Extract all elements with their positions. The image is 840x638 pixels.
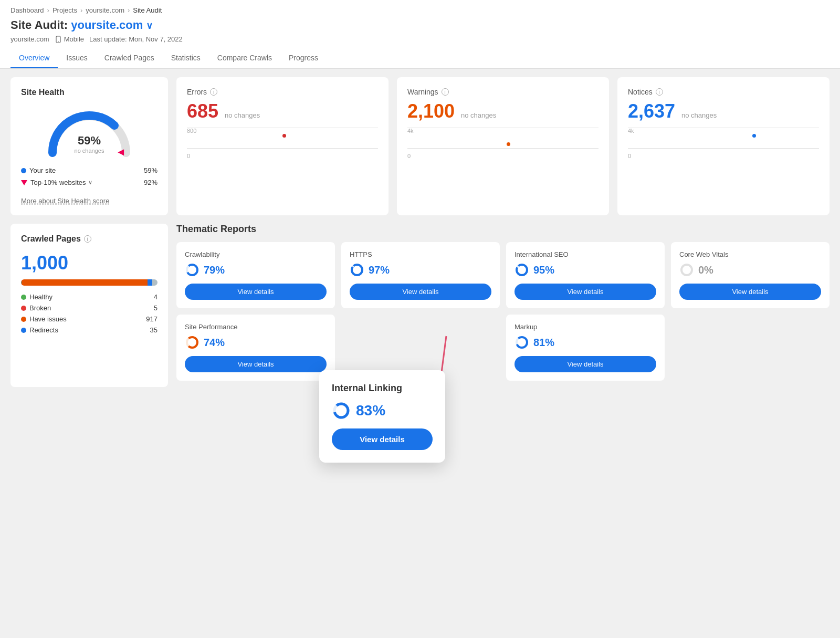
- redirects-count: 35: [150, 326, 158, 334]
- site-performance-pct: 74%: [204, 337, 225, 349]
- errors-change: no changes: [225, 111, 260, 119]
- healthy-dot: [21, 295, 26, 300]
- crawled-pages-card: Crawled Pages i 1,000 Healthy 4 Broken 5: [10, 224, 168, 387]
- errors-dot: [282, 134, 286, 138]
- crawled-pages-title: Crawled Pages i: [21, 234, 158, 244]
- legend-broken: Broken 5: [21, 304, 158, 312]
- notices-info-icon[interactable]: i: [656, 88, 663, 96]
- legend-healthy: Healthy 4: [21, 293, 158, 301]
- errors-chart: 800 0: [187, 128, 378, 159]
- errors-info-icon[interactable]: i: [210, 88, 217, 96]
- intl-seo-view-details[interactable]: View details: [514, 284, 656, 300]
- crawled-legend: Healthy 4 Broken 5 Have issues 917 Redir…: [21, 293, 158, 334]
- intl-seo-pct: 95%: [533, 264, 554, 276]
- thematic-markup: Markup 81% View details: [506, 315, 665, 381]
- crawled-pages-info[interactable]: i: [84, 235, 91, 243]
- popup-title: Internal Linking: [332, 383, 433, 394]
- breadcrumb-current: Site Audit: [133, 6, 162, 14]
- your-site-label: Your site: [29, 166, 56, 174]
- breadcrumb: Dashboard › Projects › yoursite.com › Si…: [10, 6, 830, 14]
- warnings-value: 2,100: [407, 100, 455, 122]
- legend-issues: Have issues 917: [21, 315, 158, 323]
- site-health-gauge: 59% no changes ◄: [42, 106, 136, 158]
- tab-progress[interactable]: Progress: [280, 48, 327, 68]
- redirects-dot: [21, 328, 26, 333]
- thematic-https: HTTPS 97% View details: [341, 242, 500, 308]
- site-health-card: Site Health 59% no changes ◄ Your site: [10, 77, 168, 215]
- tab-crawled-pages[interactable]: Crawled Pages: [96, 48, 163, 68]
- issues-count: 917: [146, 315, 158, 323]
- crawlability-view-details[interactable]: View details: [185, 284, 327, 300]
- warnings-value-row: 2,100 no changes: [407, 100, 598, 122]
- crawlability-ring: [185, 263, 200, 277]
- tab-overview[interactable]: Overview: [10, 48, 58, 68]
- notices-chart: 4k 0: [628, 128, 819, 159]
- gauge-arrow: ◄: [116, 146, 126, 158]
- internal-linking-popup: Internal Linking 83% View details: [319, 370, 445, 395]
- warnings-card: Warnings i 2,100 no changes 4k 0: [397, 77, 609, 215]
- top10-triangle: [21, 180, 27, 185]
- crawlability-pct: 79%: [204, 264, 225, 276]
- thematic-title: Thematic Reports: [176, 224, 830, 235]
- site-name[interactable]: yoursite.com: [71, 18, 143, 32]
- your-site-value: 59%: [144, 166, 158, 174]
- broken-dot: [21, 306, 26, 311]
- errors-header: Errors i: [187, 88, 378, 96]
- tab-compare-crawls[interactable]: Compare Crawls: [209, 48, 280, 68]
- markup-view-details[interactable]: View details: [514, 356, 656, 372]
- gauge-center: 59% no changes: [75, 134, 104, 154]
- breadcrumb-site[interactable]: yoursite.com: [86, 6, 124, 14]
- warnings-label: Warnings: [407, 88, 438, 96]
- site-dropdown[interactable]: ∨: [146, 20, 153, 31]
- tab-issues[interactable]: Issues: [58, 48, 96, 68]
- page-title: Site Audit: yoursite.com ∨: [10, 18, 830, 32]
- crawled-progress-bar: [21, 279, 158, 286]
- pb-redirects: [148, 279, 152, 286]
- https-view-details[interactable]: View details: [350, 284, 491, 300]
- healthy-count: 4: [154, 293, 158, 301]
- https-ring: [350, 263, 364, 277]
- metrics-area: Errors i 685 no changes 800 0 Wa: [176, 77, 830, 215]
- svg-point-8: [681, 265, 692, 275]
- gauge-change: no changes: [75, 148, 104, 154]
- more-site-health-link[interactable]: More about Site Health score: [21, 197, 109, 205]
- site-performance-view-details[interactable]: View details: [185, 356, 327, 372]
- top10-label: Top-10% websites: [30, 179, 86, 186]
- top10-value: 92%: [144, 179, 158, 186]
- nav-tabs: Overview Issues Crawled Pages Statistics…: [10, 48, 830, 68]
- notices-card: Notices i 2,637 no changes 4k 0: [617, 77, 830, 215]
- warnings-dot: [507, 142, 510, 146]
- errors-label: Errors: [187, 88, 207, 96]
- your-site-legend: Your site 59%: [21, 166, 158, 174]
- notices-change: no changes: [681, 111, 717, 119]
- warnings-change: no changes: [461, 111, 496, 119]
- thematic-site-performance: Site Performance 74% View details: [176, 315, 335, 381]
- markup-ring: [514, 335, 529, 350]
- tab-statistics[interactable]: Statistics: [163, 48, 209, 68]
- notices-value-row: 2,637 no changes: [628, 100, 819, 122]
- warnings-chart: 4k 0: [407, 128, 598, 159]
- notices-header: Notices i: [628, 88, 819, 96]
- core-web-vitals-view-details[interactable]: View details: [679, 284, 821, 300]
- pb-issues: [22, 279, 147, 286]
- core-web-vitals-ring: [679, 263, 694, 277]
- warnings-info-icon[interactable]: i: [442, 88, 449, 96]
- notices-dot: [752, 134, 756, 138]
- notices-label: Notices: [628, 88, 653, 96]
- crawled-count: 1,000: [21, 252, 158, 274]
- breadcrumb-dashboard[interactable]: Dashboard: [10, 6, 44, 14]
- thematic-intl-seo: International SEO 95% View details: [506, 242, 665, 308]
- site-domain: yoursite.com: [10, 35, 49, 43]
- mobile-icon: [55, 36, 62, 43]
- errors-card: Errors i 685 no changes 800 0: [176, 77, 388, 215]
- site-performance-ring: [185, 335, 200, 350]
- breadcrumb-projects[interactable]: Projects: [52, 6, 77, 14]
- your-site-dot: [21, 168, 26, 173]
- thematic-grid-row2: Site Performance 74% View details Markup: [176, 315, 830, 381]
- last-update: Last update: Mon, Nov 7, 2022: [89, 35, 183, 43]
- svg-point-1: [58, 41, 59, 42]
- errors-value-row: 685 no changes: [187, 100, 378, 122]
- thematic-reports-area: Thematic Reports Crawlability 79% View d…: [176, 224, 830, 387]
- top10-dropdown[interactable]: ∨: [88, 179, 92, 186]
- pb-blocked: [152, 279, 158, 286]
